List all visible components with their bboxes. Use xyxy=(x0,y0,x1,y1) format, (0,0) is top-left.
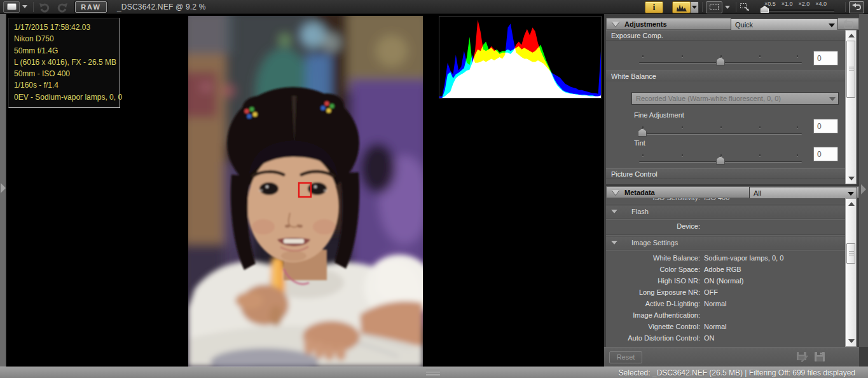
info-overlay-button[interactable]: i xyxy=(645,1,663,13)
zoom-slider-track[interactable] xyxy=(763,10,834,11)
toolbar-separator xyxy=(702,2,703,12)
metadata-row-label: ISO Sensitivity: xyxy=(606,198,700,203)
scroll-up-icon[interactable] xyxy=(848,34,855,37)
collapse-triangle-icon[interactable] xyxy=(612,22,619,27)
metadata-scrollbar[interactable] xyxy=(845,198,857,347)
chevron-down-icon xyxy=(829,97,836,101)
histogram-options-dropdown[interactable] xyxy=(691,1,699,13)
rgb-histogram-chart xyxy=(439,17,601,98)
slider-thumb[interactable] xyxy=(638,128,647,137)
redo-button[interactable] xyxy=(55,1,69,13)
zoom-slider-control[interactable]: ×0.5×1.0×2.0×4.0 xyxy=(754,1,838,13)
undo-button[interactable] xyxy=(38,1,52,13)
metadata-row-value: OFF xyxy=(700,288,718,299)
zoom-scale-label: ×4.0 xyxy=(815,1,827,7)
tint-label: Tint xyxy=(634,139,645,147)
scrollbar-thumb[interactable] xyxy=(846,41,855,98)
left-panel-expander[interactable] xyxy=(1,183,6,193)
top-toolbar: RAW _DSC3642.NEF @ 9.2 % i ×0.5×1 xyxy=(0,0,868,14)
exif-line: L (6016 x 4016), FX - 26.5 MB xyxy=(14,57,114,68)
collapse-triangle-icon[interactable] xyxy=(611,210,617,213)
metadata-row: Active D-Lighting:Normal xyxy=(606,300,845,310)
exif-line: 1/17/2015 17:58:42.03 xyxy=(14,22,114,33)
fit-options-caret-icon[interactable] xyxy=(725,6,730,9)
info-icon: i xyxy=(653,2,656,13)
metadata-row-label: Device: xyxy=(606,222,700,233)
metadata-row: Vignette Control:Normal xyxy=(606,323,845,333)
metadata-row: Color Space:Adobe RGB xyxy=(606,266,845,276)
chevron-down-icon xyxy=(829,24,835,27)
save-icon[interactable] xyxy=(813,351,826,363)
collapse-triangle-icon[interactable] xyxy=(611,241,617,245)
metadata-row-value: Normal xyxy=(700,300,726,310)
raw-toggle-button[interactable]: RAW xyxy=(75,1,107,13)
metadata-row-value xyxy=(700,311,704,321)
exif-line: 1/160s - f/1.4 xyxy=(14,79,114,91)
adjustments-body: Exposure Comp. White Balance Recorded Va… xyxy=(606,30,845,184)
adjustments-title: Adjustments xyxy=(624,20,667,28)
metadata-row: White Balance:Sodium-vapor lamps, 0, 0 xyxy=(606,254,845,264)
save-as-icon[interactable] xyxy=(796,351,809,363)
redo-icon xyxy=(55,1,68,13)
splitter-grip-icon[interactable] xyxy=(426,370,440,375)
metadata-section-image-settings[interactable]: Image Settings xyxy=(606,237,845,248)
fine-adjustment-slider[interactable] xyxy=(639,125,802,139)
slider-thumb[interactable] xyxy=(716,57,725,65)
metadata-row-value: ON xyxy=(700,334,715,344)
exposure-comp-slider[interactable] xyxy=(639,54,802,68)
metadata-row: Device: xyxy=(606,222,845,233)
image-viewer-canvas[interactable]: 1/17/2015 17:58:42.03Nikon D75050mm f/1.… xyxy=(6,14,602,367)
section-label: Flash xyxy=(631,208,649,215)
collapse-triangle-icon[interactable] xyxy=(612,190,619,195)
fit-to-screen-button[interactable] xyxy=(706,1,722,13)
exif-line: 50mm - ISO 400 xyxy=(14,68,114,79)
white-balance-dropdown[interactable]: Recorded Value (Warm-white fluorescent, … xyxy=(631,92,839,105)
metadata-row-value: Adobe RGB xyxy=(700,266,741,276)
metadata-row: High ISO NR:ON (Normal) xyxy=(606,277,845,287)
toolbar-separator xyxy=(845,2,846,12)
adjustments-preset-dropdown[interactable]: Quick xyxy=(731,18,838,31)
panel-footer: Reset xyxy=(604,347,859,367)
zoom-fit-icon xyxy=(740,3,750,12)
fine-adjustment-label: Fine Adjustment xyxy=(634,111,684,119)
section-label: Image Settings xyxy=(631,239,678,246)
viewer-mode-icon xyxy=(7,3,17,10)
scroll-up-icon[interactable] xyxy=(848,202,855,206)
metadata-row: Long Exposure NR:OFF xyxy=(606,288,845,299)
slider-thumb[interactable] xyxy=(716,156,725,165)
metadata-filter-dropdown[interactable]: All xyxy=(749,187,857,199)
slider-track[interactable] xyxy=(639,133,802,135)
tint-input[interactable] xyxy=(813,147,838,161)
zoom-scale-label: ×1.0 xyxy=(782,1,793,7)
right-panel-expander[interactable] xyxy=(861,184,866,194)
viewer-mode-button[interactable] xyxy=(3,1,20,13)
metadata-row-value xyxy=(700,222,704,233)
metadata-row-label: Vignette Control: xyxy=(606,323,700,333)
return-to-browser-button[interactable] xyxy=(849,1,864,13)
fine-adjustment-input[interactable] xyxy=(813,119,838,133)
reset-button[interactable]: Reset xyxy=(609,351,642,363)
metadata-row-label: Long Exposure NR: xyxy=(606,288,700,299)
toolbar-separator xyxy=(33,2,34,12)
adjustments-scrollbar[interactable] xyxy=(845,30,857,184)
right-panel: Adjustments Quick Exposure Comp. White B… xyxy=(604,14,868,367)
scrollbar-thumb[interactable] xyxy=(846,243,855,264)
scroll-down-icon[interactable] xyxy=(848,339,855,343)
revert-adjustments-icon[interactable] xyxy=(842,19,856,30)
white-balance-label: White Balance xyxy=(606,71,845,81)
histogram-toggle-button[interactable] xyxy=(672,1,691,13)
metadata-row-value: ON (Normal) xyxy=(700,277,743,287)
histogram-icon xyxy=(675,2,688,12)
exif-line: 50mm f/1.4G xyxy=(14,45,114,57)
tint-slider[interactable] xyxy=(639,153,802,167)
zoom-scale-label: ×0.5 xyxy=(764,1,776,7)
scroll-down-icon[interactable] xyxy=(848,177,855,180)
undo-icon xyxy=(39,1,52,13)
viewer-mode-caret-icon[interactable] xyxy=(22,5,27,8)
metadata-section-flash[interactable]: Flash xyxy=(606,206,845,217)
metadata-row-label: High ISO NR: xyxy=(606,277,700,287)
exposure-comp-input[interactable] xyxy=(813,51,838,65)
zoom-scale-label: ×2.0 xyxy=(799,1,810,7)
adjustments-header[interactable]: Adjustments Quick xyxy=(606,18,859,30)
metadata-header[interactable]: Metadata All xyxy=(606,186,859,198)
